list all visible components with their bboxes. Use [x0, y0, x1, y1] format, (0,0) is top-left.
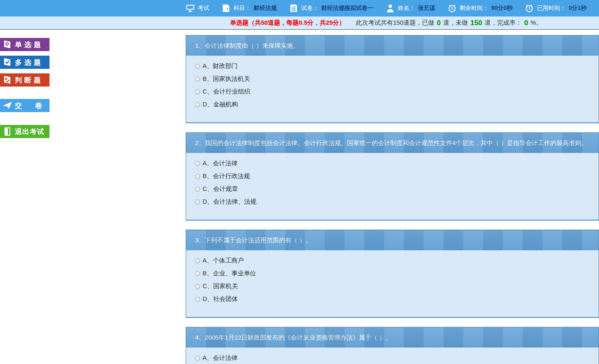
paper-label: 试卷：: [301, 5, 318, 12]
radio-button[interactable]: [195, 284, 200, 289]
option-row[interactable]: D、会计法律、法规: [195, 195, 590, 208]
option-row[interactable]: A、会计法律: [195, 157, 590, 170]
monitor-icon: [186, 4, 195, 13]
option-label: A、会计法律: [203, 354, 238, 362]
radio-flag-icon: [2, 40, 12, 49]
paper-info: 试卷： 财经法规模拟试卷一: [289, 4, 373, 13]
option-row[interactable]: C、国家机关: [195, 280, 590, 293]
sidebar-label: 多选题: [15, 58, 43, 67]
remaining-value: 90分0秒: [491, 5, 512, 12]
option-row[interactable]: C、会计行业组织: [195, 85, 590, 98]
option-label: C、会计规章: [203, 185, 238, 193]
done-count: 0: [437, 19, 441, 27]
remaining-time: 剩余时间： 90分0秒: [448, 4, 512, 13]
option-label: A、个体工商户: [203, 257, 244, 265]
progress-bar: 单选题（共50道题，每题0.5分，共25分） 此次考试共有150道题，已做 0 …: [0, 16, 599, 30]
stats-text: %。: [531, 19, 542, 27]
option-row[interactable]: A、个体工商户: [195, 254, 590, 267]
option-row[interactable]: B、企业、事业单位: [195, 267, 590, 280]
option-label: D、金融机构: [203, 101, 238, 108]
subject-label: 科目：: [233, 5, 251, 12]
option-row[interactable]: D、金融机构: [195, 98, 590, 111]
alarm-clock-icon: [448, 4, 457, 13]
question-options: A、会计法律 B、会计规章: [186, 348, 599, 364]
option-label: B、会计行政法规: [203, 172, 250, 180]
exam-label: 考试: [198, 5, 209, 12]
radio-button[interactable]: [195, 174, 200, 179]
undone-count: 150: [470, 19, 482, 27]
question-title: 4、2005年1月22日财政部发布的《会计从业资格管理办法》属于（ ）。: [186, 327, 599, 348]
book-icon: [222, 4, 231, 13]
subject-info: 科目： 财经法规: [222, 4, 277, 13]
document-icon: [289, 4, 298, 13]
option-row[interactable]: B、会计行政法规: [195, 170, 590, 183]
exam-stats: 此次考试共有150道题，已做 0 道，未做 150 道，完成率： 0 %。: [356, 19, 542, 27]
option-label: A、财政部门: [203, 62, 238, 70]
sidebar-item-judge[interactable]: 判断题: [0, 73, 50, 87]
elapsed-label: 已用时间：: [537, 5, 566, 12]
student-info: 姓名： 张艺谋: [386, 4, 435, 13]
name-label: 姓名：: [398, 5, 415, 12]
exam-home: 考试: [186, 4, 209, 13]
question-panel-2: 2、我国的会计法律制度包括会计法律、会计行政法规、国家统一的会计制度和会计规范性…: [186, 132, 599, 221]
option-row[interactable]: B、国家执法机关: [195, 73, 590, 85]
option-label: A、会计法律: [203, 160, 238, 167]
person-icon: [386, 4, 395, 13]
radio-button[interactable]: [195, 64, 200, 69]
radio-button[interactable]: [195, 77, 200, 82]
sidebar-item-single-choice[interactable]: 单选题: [0, 38, 50, 51]
section-title: 单选题（共50道题，每题0.5分，共25分）: [230, 19, 345, 27]
radio-button[interactable]: [195, 200, 200, 204]
submit-paper-button[interactable]: 交 卷: [0, 99, 50, 112]
subject-value: 财经法规: [254, 5, 277, 12]
option-label: D、会计法律、法规: [203, 198, 257, 206]
radio-button[interactable]: [195, 161, 200, 166]
question-options: A、财政部门 B、国家执法机关 C、会计行业组织 D、金融机构: [186, 56, 599, 122]
radio-button[interactable]: [195, 271, 200, 276]
option-label: B、企业、事业单位: [203, 270, 256, 277]
sidebar-label: 交 卷: [15, 101, 48, 110]
exit-exam-button[interactable]: 退出考试: [0, 125, 50, 138]
option-row[interactable]: C、会计规章: [195, 183, 590, 195]
option-row[interactable]: A、财政部门: [195, 60, 590, 73]
alarm-clock-icon: [525, 4, 534, 13]
exam-topbar: 考试 科目： 财经法规 试卷： 财经法规模拟试卷一 姓名： 张艺谋 剩余时间： …: [0, 0, 599, 16]
option-row[interactable]: A、会计法律: [195, 352, 590, 364]
sidebar-label: 单选题: [15, 40, 43, 49]
option-label: B、国家执法机关: [203, 75, 250, 83]
exit-door-icon: [2, 127, 12, 136]
sidebar-label: 判断题: [15, 75, 43, 85]
question-title: 3、下列不属于会计法适用范围的有（ ）。: [186, 230, 599, 250]
question-panel-1: 1、会计法律制度由（ ）来保障实施。 A、财政部门 B、国家执法机关 C、会计行…: [186, 35, 599, 123]
sidebar-label: 退出考试: [15, 127, 44, 136]
radio-button[interactable]: [195, 187, 200, 192]
option-row[interactable]: D、社会团体: [195, 293, 590, 305]
stats-text: 道，完成率：: [485, 19, 522, 27]
option-label: C、会计行业组织: [203, 88, 250, 96]
check-cross-flag-icon: [2, 75, 12, 85]
stats-text: 道，未做: [443, 19, 468, 27]
option-label: D、社会团体: [203, 295, 238, 303]
radio-button[interactable]: [195, 356, 200, 361]
question-title: 1、会计法律制度由（ ）来保障实施。: [186, 35, 599, 56]
question-list: 1、会计法律制度由（ ）来保障实施。 A、财政部门 B、国家执法机关 C、会计行…: [186, 30, 599, 364]
radio-button[interactable]: [195, 297, 200, 302]
question-options: A、个体工商户 B、企业、事业单位 C、国家机关 D、社会团体: [186, 250, 599, 317]
option-label: C、国家机关: [203, 282, 238, 290]
complete-rate: 0: [524, 19, 528, 27]
question-title: 2、我国的会计法律制度包括会计法律、会计行政法规、国家统一的会计制度和会计规范性…: [186, 133, 599, 153]
question-panel-3: 3、下列不属于会计法适用范围的有（ ）。 A、个体工商户 B、企业、事业单位 C…: [186, 230, 599, 318]
remaining-label: 剩余时间：: [460, 5, 488, 12]
radio-button[interactable]: [195, 258, 200, 263]
question-options: A、会计法律 B、会计行政法规 C、会计规章 D、会计法律、法规: [186, 153, 599, 220]
name-value: 张艺谋: [418, 5, 435, 12]
paper-plane-icon: [2, 101, 12, 110]
elapsed-time: 已用时间： 0分1秒: [525, 4, 587, 13]
paper-value: 财经法规模拟试卷一: [321, 5, 373, 12]
radio-button[interactable]: [195, 89, 200, 94]
question-panel-4: 4、2005年1月22日财政部发布的《会计从业资格管理办法》属于（ ）。 A、会…: [186, 327, 599, 364]
elapsed-value: 0分1秒: [568, 5, 587, 12]
sidebar-item-multi-choice[interactable]: 多选题: [0, 56, 50, 69]
stats-text: 此次考试共有150道题，已做: [356, 19, 434, 27]
radio-button[interactable]: [195, 102, 200, 107]
